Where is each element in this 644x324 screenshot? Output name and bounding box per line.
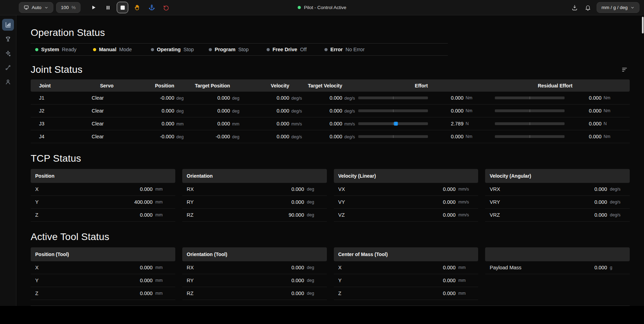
col-effort: Effort (358, 83, 484, 88)
tcp-status-title: TCP Status (31, 153, 630, 164)
col-target-velocity: Target Velocity (305, 83, 358, 88)
filter-lines-icon (621, 67, 628, 73)
effort-bar (358, 135, 428, 138)
metric-value: 0.000 (500, 186, 607, 192)
panel-tool-center-of-mass: Center of Mass (Tool) X 0.000 mm Y 0.000 (334, 247, 478, 300)
metric-value: 0.000 (341, 291, 455, 296)
col-velocity: Velocity (246, 83, 305, 88)
metric-label: Payload Mass (490, 265, 521, 270)
play-button[interactable] (87, 2, 99, 14)
mode-select[interactable]: Auto (19, 2, 53, 13)
sidebar-item-user[interactable] (2, 76, 14, 88)
active-tool-status-title: Active Tool Status (31, 231, 630, 242)
panel-tcp-velocity-angular: Velocity (Angular) VRX 0.000 deg/s VRY 0… (485, 169, 630, 222)
scrollbar-thumb[interactable] (642, 17, 644, 33)
metric-label: VZ (338, 212, 345, 218)
joint-target-velocity-unit: deg/s (342, 96, 358, 101)
metric-unit: mm/s (455, 187, 474, 192)
metric-label: VRZ (490, 212, 500, 218)
units-select[interactable]: mm / g / deg (597, 2, 639, 13)
joint-table-body: J1 Clear -0.000 deg 0.000 deg 0.000 deg/… (31, 92, 630, 143)
residual-zero-tick (530, 122, 530, 125)
anchor-button[interactable] (146, 2, 158, 14)
metric-value: 90.000 (193, 212, 304, 218)
metric-unit: mm/s (455, 200, 474, 205)
joint-velocity-unit: deg/s (289, 96, 305, 101)
column-settings-button[interactable] (619, 64, 630, 75)
joint-residual-effort-value: 0.000 (568, 108, 601, 114)
panel-rows: VX 0.000 mm/s VY 0.000 mm/s VZ (334, 183, 478, 222)
status-value: No Error (345, 47, 365, 52)
metric-value: 400.000 (39, 199, 153, 205)
notifications-button[interactable] (582, 2, 594, 14)
hand-guide-button[interactable] (131, 2, 143, 14)
joint-velocity-value: 0.000 (277, 108, 289, 114)
joint-velocity-cell: 0.000 mm/s (246, 121, 305, 126)
metric-value: 0.000 (500, 199, 607, 205)
panel-rows: X 0.000 mm Y 0.000 mm Z 0.00 (31, 261, 175, 300)
export-button[interactable] (569, 2, 581, 14)
panel-rows: X 0.000 mm Y 400.000 mm Z 0. (31, 183, 175, 222)
status-item: Program Stop (209, 47, 267, 52)
joint-target-velocity-unit: deg/s (342, 109, 358, 114)
panel-title: Orientation (182, 169, 327, 183)
joint-target-position-value: -0.000 (216, 134, 230, 139)
joint-target-position-value: 0.000 (217, 95, 230, 101)
metric-unit: deg/s (607, 213, 625, 217)
joint-target-velocity-value: 0.000 (330, 108, 342, 114)
metric-unit: deg (304, 291, 322, 296)
joint-status-header: Joint Status (31, 64, 630, 75)
joint-residual-effort-cell: 0.000 Nm (484, 134, 630, 139)
effort-zero-tick (393, 97, 393, 99)
joint-target-position-value: 0.000 (217, 121, 230, 126)
metric-row: Y 400.000 mm (31, 196, 175, 209)
joint-residual-effort-value: 0.000 (568, 134, 601, 139)
sidebar-item-paths[interactable] (2, 62, 14, 74)
metric-label: RY (187, 199, 194, 205)
panel-title: Orientation (Tool) (182, 247, 327, 261)
panel-tool-payload: Payload Mass 0.000 g (485, 247, 630, 300)
metric-row: VRX 0.000 deg/s (485, 183, 630, 196)
joint-position-cell: 0.000 mm (128, 121, 190, 126)
sparkle-icon (5, 50, 11, 56)
speed-control[interactable]: 100 % (56, 2, 81, 13)
joint-position-value: -0.000 (160, 95, 174, 101)
metric-value: 0.000 (345, 212, 455, 218)
metric-row: VY 0.000 mm/s (334, 196, 478, 209)
joint-residual-effort-unit: Nm (601, 108, 615, 113)
sidebar-item-gestures[interactable] (2, 47, 14, 59)
metric-value: 0.000 (194, 265, 304, 270)
status-dot (267, 48, 270, 51)
panel-title: Position (Tool) (31, 247, 175, 261)
panel-title (485, 247, 630, 261)
residual-zero-tick (530, 135, 530, 138)
sidebar (0, 15, 16, 306)
play-icon (91, 5, 97, 10)
metric-row: VRZ 0.000 deg/s (485, 209, 630, 222)
trophy-icon (5, 36, 11, 42)
tcp-panels: Position X 0.000 mm Y 400.000 mm (31, 169, 630, 222)
effort-bar (358, 122, 428, 125)
reset-rotation-button[interactable] (160, 2, 172, 14)
sidebar-item-status[interactable] (2, 19, 14, 31)
operation-status-title: Operation Status (31, 27, 630, 38)
joint-effort-cell: 0.000 Nm (358, 134, 484, 139)
metric-row: Z 0.000 mm (31, 287, 175, 300)
metric-row: RZ 0.000 deg (182, 287, 327, 300)
stop-icon (121, 6, 125, 10)
joint-velocity-unit: mm/s (289, 122, 305, 126)
metric-value: 0.000 (39, 186, 153, 192)
joint-name: J3 (31, 121, 92, 126)
joint-row: J2 Clear 0.000 deg 0.000 deg 0.000 deg/s (31, 105, 630, 117)
joint-residual-effort-unit: N (601, 121, 615, 126)
effort-zero-tick (393, 135, 393, 138)
pilot-status-dot (298, 6, 301, 9)
stop-button[interactable] (117, 2, 128, 13)
pilot-status-label: Pilot - Control Active (304, 5, 346, 10)
metric-label: Z (338, 291, 342, 296)
pause-button[interactable] (102, 2, 114, 14)
status-value: Stop (238, 47, 249, 52)
joint-residual-effort-value: 0.000 (568, 121, 601, 126)
sidebar-item-achievements[interactable] (2, 33, 14, 45)
joint-target-position-cell: 0.000 mm (190, 121, 246, 126)
